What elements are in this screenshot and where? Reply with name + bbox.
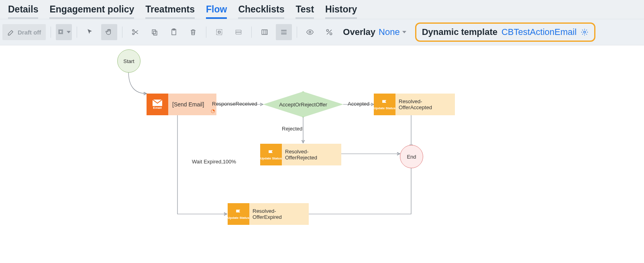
tab-flow[interactable]: Flow [206,4,227,19]
zoom-selection-button[interactable] [230,24,247,40]
status-icon-cell: Update Status [260,144,282,165]
start-node[interactable]: Start [117,49,141,73]
edge-response-received: ResponseReceived [212,101,257,107]
dynamic-template-value[interactable]: CBTestActionEmail [501,27,577,37]
overlay-label: Overlay [343,27,375,37]
scissors-icon [131,28,139,36]
svg-rect-4 [154,31,157,35]
separator [206,27,206,38]
copy-icon [151,28,159,36]
start-label: Start [123,58,134,64]
zoom-fit-button[interactable] [211,24,227,40]
grid-rows-button[interactable] [276,24,292,40]
flag-icon [234,208,243,216]
svg-rect-10 [262,30,267,35]
grid-columns-button[interactable] [257,24,273,40]
percent-icon [325,28,333,36]
end-node[interactable]: End [400,145,423,168]
add-shape-button[interactable] [56,24,72,40]
status-icon-label: Update Status [374,107,395,110]
status-icon-label: Update Status [228,216,249,220]
status-expired-label: Resolved-OfferExpired [253,208,305,220]
overlay-dropdown[interactable]: None [379,27,406,37]
svg-point-15 [584,31,586,33]
flag-icon [381,99,389,107]
dynamic-template-label: Dynamic template [422,27,497,37]
decision-node[interactable]: AcceptOrRejectOffer [263,92,343,117]
svg-rect-8 [218,31,220,33]
status-accepted-label: Resolved-OfferAccepted [399,98,451,110]
decision-label: AcceptOrRejectOffer [279,102,327,108]
columns-icon [261,28,269,36]
email-icon-label: Email [153,106,161,110]
flag-icon [267,149,275,157]
cut-button[interactable] [127,24,143,40]
end-label: End [407,154,416,160]
visibility-button[interactable] [302,24,318,40]
tab-engagement-policy[interactable]: Engagement policy [49,4,134,19]
status-rejected-node[interactable]: Update Status Resolved-OfferRejected [260,144,341,165]
status-icon-cell: Update Status [228,203,249,225]
plus-icon [57,28,65,36]
draft-label: Draft off [18,29,41,36]
tab-details[interactable]: Details [8,4,38,19]
svg-rect-3 [152,30,155,34]
gear-icon[interactable] [581,28,589,36]
marquee-icon [234,28,243,36]
tab-treatments[interactable]: Treatments [145,4,195,19]
flow-canvas[interactable]: Start Email [Send Email] ◔ AcceptOrRejec… [0,45,644,263]
tab-test[interactable]: Test [296,4,314,19]
edge-accepted: Accepted [348,101,369,107]
separator [297,27,297,38]
status-expired-node[interactable]: Update Status Resolved-OfferExpired [228,203,309,225]
clipboard-icon [170,28,178,36]
percent-button[interactable] [321,24,337,40]
pointer-tool[interactable] [82,24,98,40]
clock-icon: ◔ [211,108,215,114]
chevron-down-icon [402,31,406,33]
send-email-node[interactable]: Email [Send Email] ◔ [147,94,216,115]
delete-button[interactable] [185,24,201,40]
email-icon-cell: Email [147,94,168,115]
separator [251,27,252,38]
fit-icon [215,28,223,36]
tab-history[interactable]: History [325,4,357,19]
envelope-icon [152,99,163,106]
paste-button[interactable] [166,24,182,40]
chevron-down-icon [67,31,71,33]
dynamic-template-box: Dynamic template CBTestActionEmail [415,22,595,42]
separator [77,27,77,38]
flow-toolbar: Draft off Overlay None [0,19,644,45]
status-accepted-node[interactable]: Update Status Resolved-OfferAccepted [374,94,455,115]
eye-icon [306,28,314,36]
cursor-icon [86,28,94,36]
edge-wait-expired: Wait Expired,100% [192,159,236,165]
pan-tool[interactable] [101,24,117,40]
svg-rect-11 [281,30,287,35]
trash-icon [189,28,197,36]
svg-point-13 [327,29,329,31]
copy-button[interactable] [147,24,163,40]
tab-checklists[interactable]: Checklists [238,4,284,19]
status-icon-cell: Update Status [374,94,395,115]
separator [122,27,122,38]
rows-icon [280,28,288,36]
pencil-icon [7,28,15,36]
draft-toggle[interactable]: Draft off [2,24,46,40]
svg-rect-7 [217,29,222,35]
edge-rejected: Rejected [282,126,302,132]
separator [51,27,51,38]
overlay-value: None [379,27,400,37]
svg-point-14 [330,33,332,35]
status-icon-label: Update Status [260,157,282,161]
hand-icon [105,28,113,36]
email-node-label: [Send Email] ◔ [168,94,216,115]
tab-bar: Details Engagement policy Treatments Flo… [0,0,644,19]
svg-point-12 [309,31,311,33]
status-rejected-label: Resolved-OfferRejected [285,149,337,161]
